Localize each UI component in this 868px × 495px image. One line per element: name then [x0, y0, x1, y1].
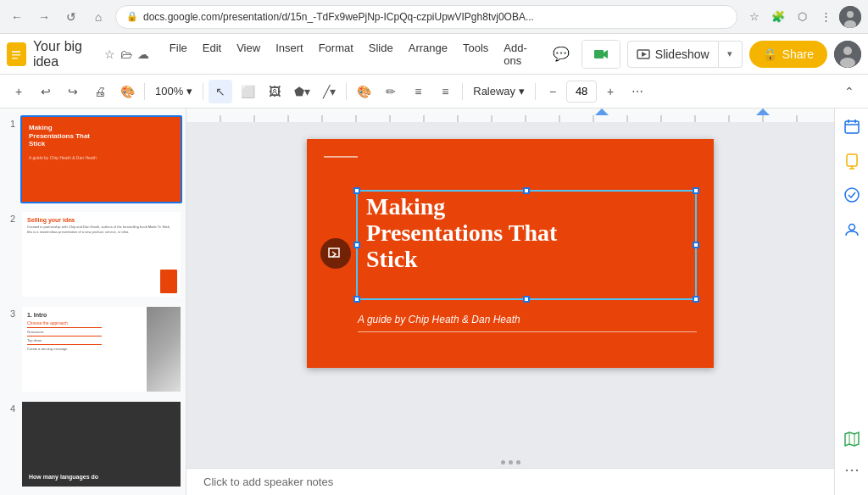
extension-icon[interactable]: 🧩 — [768, 7, 788, 27]
handle-bottom-right[interactable] — [693, 296, 699, 303]
handle-middle-right[interactable] — [693, 242, 699, 248]
menu-arrange[interactable]: Arrange — [402, 38, 454, 70]
cast-icon[interactable]: ⬡ — [792, 7, 812, 27]
slide-preview-1[interactable]: MakingPresentations ThatStick A guide by… — [20, 115, 182, 203]
folder-icon[interactable]: 🗁 — [120, 47, 132, 61]
canvas-dot-1 — [501, 460, 505, 464]
menu-edit[interactable]: Edit — [196, 38, 228, 70]
line-button[interactable]: ╱▾ — [317, 80, 341, 103]
handle-bottom-left[interactable] — [353, 296, 360, 303]
align-left-button[interactable]: ≡ — [406, 80, 430, 103]
shapes-button[interactable]: ⬟▾ — [290, 80, 314, 103]
undo-button[interactable]: ↩ — [34, 80, 58, 103]
header-avatar[interactable] — [834, 41, 861, 68]
redo-button[interactable]: ↪ — [61, 80, 85, 103]
more-menu-button[interactable]: ⋮ — [815, 7, 836, 27]
handle-bottom-center[interactable] — [523, 296, 530, 303]
color-button[interactable]: 🎨 — [352, 80, 376, 103]
bookmark-icon[interactable]: ☆ — [744, 7, 765, 27]
slide1-title: MakingPresentations ThatStick — [29, 124, 174, 148]
nav-forward-button[interactable]: → — [34, 7, 54, 27]
tasks-icon[interactable] — [840, 183, 864, 207]
slideshow-dropdown-button[interactable]: ▾ — [719, 41, 743, 68]
svg-rect-6 — [12, 58, 18, 59]
meet-button[interactable] — [582, 41, 620, 68]
slide-thumb-3[interactable]: 3 1. Intro Choose the approach Grassroot… — [3, 305, 182, 393]
align-center-button[interactable]: ≡ — [433, 80, 457, 103]
zoom-chevron-icon: ▾ — [186, 85, 192, 97]
menu-format[interactable]: Format — [312, 38, 360, 70]
speaker-notes[interactable]: Click to add speaker notes — [186, 468, 834, 495]
app-title: Your big idea — [33, 39, 97, 70]
slide-thumb-2[interactable]: 2 Selling your idea Created in partnersh… — [3, 210, 182, 298]
toolbar-sep-3 — [346, 83, 347, 100]
font-chevron-icon: ▾ — [519, 85, 525, 97]
nav-refresh-button[interactable]: ↺ — [61, 7, 81, 27]
address-bar[interactable]: 🔒 docs.google.com/presentation/d/15n_-Td… — [115, 5, 737, 29]
more-options-button[interactable]: ⋯ — [626, 80, 649, 103]
contacts-icon[interactable] — [840, 217, 864, 241]
toolbar-sep-1 — [144, 83, 145, 100]
toolbar-sep-4 — [462, 83, 463, 100]
menu-insert[interactable]: Insert — [269, 38, 310, 70]
font-size-controls: − + — [541, 80, 622, 103]
handle-top-center[interactable] — [523, 187, 530, 194]
handle-middle-left[interactable] — [353, 242, 360, 248]
add-button[interactable]: + — [7, 80, 31, 103]
svg-rect-14 — [186, 108, 834, 122]
canvas-dot-3 — [516, 460, 520, 464]
toolbar-collapse-button[interactable]: ⌃ — [837, 80, 861, 103]
svg-marker-44 — [845, 432, 859, 446]
slide-preview-3[interactable]: 1. Intro Choose the approach Grassroots … — [20, 305, 182, 393]
slide-num-3: 3 — [3, 305, 15, 319]
font-size-increase-button[interactable]: + — [598, 80, 622, 103]
star-icon[interactable]: ☆ — [104, 47, 115, 61]
handle-top-right[interactable] — [693, 187, 699, 194]
keep-icon[interactable] — [840, 149, 864, 173]
slideshow-button[interactable]: Slideshow — [627, 41, 719, 68]
browser-bar: ← → ↺ ⌂ 🔒 docs.google.com/presentation/d… — [0, 0, 868, 34]
browser-right-icons: ☆ 🧩 ⬡ ⋮ — [744, 6, 861, 28]
share-button[interactable]: 🔒 Share — [749, 41, 827, 68]
slide-preview-2[interactable]: Selling your idea Created in partnership… — [20, 210, 182, 298]
slide-preview-4[interactable]: How many languages do — [20, 400, 182, 488]
cloud-icon[interactable]: ☁ — [137, 47, 149, 61]
zoom-dropdown[interactable]: 100% ▾ — [150, 83, 198, 99]
slide-underline — [358, 331, 697, 332]
maps-icon[interactable] — [840, 427, 864, 451]
menu-view[interactable]: View — [230, 38, 267, 70]
browser-profile-avatar[interactable] — [839, 6, 861, 28]
text-box-button[interactable]: ⬜ — [236, 80, 259, 103]
handle-top-left[interactable] — [353, 187, 360, 194]
select-tool-button[interactable]: ↖ — [209, 80, 232, 103]
font-size-input[interactable] — [566, 81, 597, 103]
svg-rect-4 — [12, 51, 20, 53]
canvas-scroll: Making Presentations That Stick A guide … — [186, 122, 834, 457]
chat-button[interactable]: 💬 — [548, 41, 575, 68]
menu-tools[interactable]: Tools — [456, 38, 495, 70]
pen-button[interactable]: ✏ — [379, 80, 403, 103]
nav-home-button[interactable]: ⌂ — [88, 7, 108, 27]
calendar-icon[interactable] — [840, 115, 864, 139]
menu-slide[interactable]: Slide — [362, 38, 400, 70]
slide-num-1: 1 — [3, 115, 15, 129]
paint-format-button[interactable]: 🎨 — [115, 80, 139, 103]
lock-icon: 🔒 — [126, 11, 138, 22]
canvas-area: Making Presentations That Stick A guide … — [186, 108, 834, 495]
more-right-button[interactable]: ⋯ — [840, 458, 864, 481]
menu-addons[interactable]: Add-ons — [497, 38, 533, 70]
nav-back-button[interactable]: ← — [7, 7, 27, 27]
slide2-book — [160, 270, 177, 293]
menu-bar: File Edit View Insert Format Slide Arran… — [163, 38, 534, 70]
font-dropdown[interactable]: Raleway ▾ — [468, 83, 530, 99]
slide-thumb-4[interactable]: 4 How many languages do — [3, 400, 182, 488]
image-button[interactable]: 🖼 — [263, 80, 287, 103]
print-button[interactable]: 🖨 — [88, 80, 112, 103]
canvas-dot-2 — [509, 460, 513, 464]
menu-file[interactable]: File — [163, 38, 194, 70]
slide-thumb-1[interactable]: 1 MakingPresentations ThatStick A guide … — [3, 115, 182, 203]
font-size-decrease-button[interactable]: − — [541, 80, 565, 103]
svg-marker-8 — [604, 50, 608, 58]
url-text: docs.google.com/presentation/d/15n_-TdFx… — [143, 11, 534, 23]
slide-canvas[interactable]: Making Presentations That Stick A guide … — [307, 139, 714, 368]
